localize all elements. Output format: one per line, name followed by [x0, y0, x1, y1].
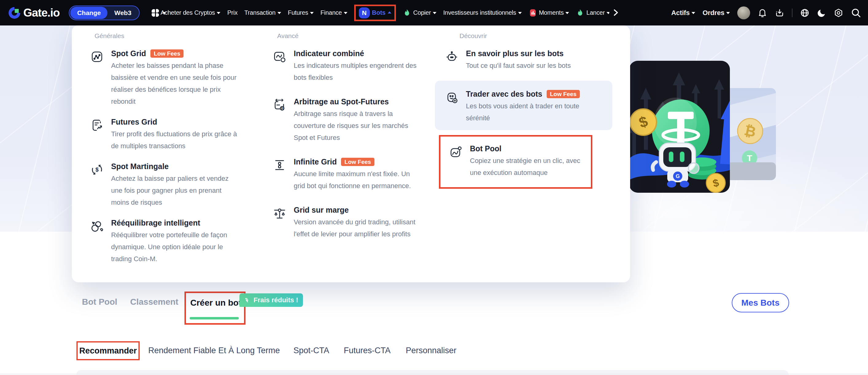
- language-globe-icon[interactable]: [800, 8, 810, 18]
- apps-grid-icon: [151, 8, 160, 18]
- subtab-futures-cta[interactable]: Futures-CTA: [344, 346, 391, 355]
- robot-head-icon: [445, 50, 459, 64]
- menu-item-arbitrage-spot-futures[interactable]: ₿ Arbitrage au Spot-Futures Arbitrage sa…: [273, 96, 436, 144]
- margin-grid-icon: [273, 207, 286, 220]
- menu-section-header: Générales: [95, 32, 253, 39]
- chevron-down-icon: [310, 12, 314, 14]
- spot-grid-icon: [90, 50, 104, 64]
- fees-down-arrow-icon: [244, 297, 251, 304]
- nav-item-lancer[interactable]: Lancer: [576, 9, 609, 17]
- chevron-down-icon: [518, 12, 522, 14]
- menu-item-trader-avec-bots-highlight[interactable]: Trader avec des botsLow Fees Les bots vo…: [435, 81, 612, 130]
- futures-grid-icon: [90, 119, 104, 132]
- dark-mode-moon-icon[interactable]: [817, 8, 826, 18]
- chevron-down-icon: [691, 12, 695, 14]
- bot-pool-icon: [449, 145, 463, 159]
- menu-item-spot-grid[interactable]: Spot GridLow Fees Acheter les baisses pe…: [90, 48, 253, 107]
- chevron-down-icon: [607, 12, 609, 14]
- tab-creer-un-bot[interactable]: Créer un bot: [190, 298, 241, 308]
- toggle-change[interactable]: Change: [70, 7, 107, 19]
- rewards-token-icon[interactable]: [834, 8, 843, 18]
- nav-item-transaction[interactable]: Transaction: [244, 9, 281, 16]
- menu-item-infinite-grid[interactable]: Infinite GridLow Fees Aucune limite maxi…: [273, 157, 436, 192]
- svg-text:T: T: [747, 153, 752, 163]
- mes-bots-button[interactable]: Mes Bots: [732, 293, 789, 312]
- low-fees-badge: Low Fees: [341, 158, 374, 166]
- tab-classement[interactable]: Classement: [130, 297, 178, 307]
- infinite-grid-icon: [273, 158, 286, 172]
- change-web3-toggle[interactable]: Change Web3: [69, 5, 140, 20]
- menu-item-bot-pool-annotation-box: Bot Pool Copiez une stratégie en un clic…: [439, 135, 592, 189]
- toggle-web3[interactable]: Web3: [107, 7, 138, 19]
- chevron-down-icon: [277, 12, 281, 14]
- dollar-coin-small-icon: $: [706, 174, 725, 192]
- banner-robot-illustration-card: $ $ G: [629, 61, 730, 193]
- robot-plus-icon: [445, 91, 459, 104]
- subtab-personnaliser[interactable]: Personnaliser: [406, 346, 456, 355]
- menu-column-generales: Générales Spot GridLow Fees Acheter les …: [90, 26, 253, 274]
- smart-rebalance-icon: [90, 219, 104, 233]
- subtab-recommander[interactable]: Recommander: [79, 346, 137, 356]
- menu-section-header: Découvrir: [460, 32, 626, 39]
- bots-n-icon: N: [359, 7, 370, 19]
- chevron-down-icon: [726, 12, 730, 14]
- low-fees-badge: Low Fees: [547, 90, 580, 98]
- menu-item-bot-pool[interactable]: Bot Pool Copiez une stratégie en un clic…: [449, 143, 584, 179]
- nav-item-prix[interactable]: Prix: [227, 9, 238, 16]
- tab-bot-pool[interactable]: Bot Pool: [82, 297, 117, 307]
- combined-indicator-icon: [273, 50, 286, 64]
- flame-icon: [403, 9, 411, 17]
- nav-item-finance[interactable]: Finance: [320, 9, 347, 16]
- low-fees-badge: Low Fees: [150, 50, 184, 58]
- tab-creer-un-bot-annotation-box: Créer un bot: [184, 291, 246, 325]
- nav-item-investisseurs-institutionnels[interactable]: Investisseurs institutionnels: [443, 9, 522, 16]
- dollar-coin-icon: $: [630, 109, 656, 135]
- nav-overflow-chevron-icon[interactable]: [612, 8, 620, 17]
- menu-item-en-savoir-plus[interactable]: En savoir plus sur les bots Tout ce qu'i…: [435, 48, 626, 71]
- divider: [0, 374, 868, 374]
- gateio-logo[interactable]: Gate.io: [7, 6, 60, 20]
- chevron-down-icon: [344, 12, 347, 14]
- nav-item-moments[interactable]: Moments: [529, 9, 569, 17]
- menu-item-grid-sur-marge[interactable]: Grid sur marge Version avancée du grid t…: [273, 205, 436, 240]
- nav-item-bots-label: Bots: [372, 9, 385, 16]
- chevron-down-icon: [217, 12, 220, 14]
- chevron-down-icon: [565, 12, 569, 14]
- svg-text:₿: ₿: [281, 107, 284, 111]
- nav-item-actifs[interactable]: Actifs: [671, 9, 695, 17]
- user-avatar[interactable]: [737, 6, 750, 19]
- download-app-icon[interactable]: [775, 8, 784, 18]
- nav-item-ordres[interactable]: Ordres: [703, 9, 730, 17]
- menu-item-spot-martingale[interactable]: $ Spot Martingale Achetez la baisse par …: [90, 161, 253, 208]
- menu-item-trader-avec-bots[interactable]: Trader avec des botsLow Fees Les bots vo…: [445, 89, 604, 124]
- menu-item-reequilibrage[interactable]: Rééquilibrage intelligent Rééquilibrer v…: [90, 218, 253, 265]
- subtab-rendement-fiable[interactable]: Rendement Fiable Et À Long Terme: [148, 346, 280, 355]
- spot-martingale-icon: $: [90, 163, 104, 177]
- svg-text:G: G: [676, 174, 680, 179]
- nav-item-bots-annotation-box[interactable]: N Bots: [354, 5, 396, 21]
- notifications-bell-icon[interactable]: [757, 8, 767, 18]
- subtab-recommander-annotation-box: Recommander: [76, 341, 140, 360]
- nav-item-acheter-des-cryptos[interactable]: Acheter des Cryptos: [160, 9, 220, 16]
- banner-phone-illustration: ₿ T: [724, 88, 776, 180]
- logo-text: Gate.io: [23, 6, 60, 19]
- blue-up-arrow-icon: [720, 97, 730, 164]
- frais-reduits-badge: Frais réduits !: [239, 293, 303, 307]
- robot-mascot-icon: G: [653, 143, 699, 187]
- nav-item-copier[interactable]: Copier: [403, 9, 436, 17]
- nav-menu: Acheter des Cryptos Prix Transaction Fut…: [160, 0, 609, 26]
- menu-item-indicateur-combine[interactable]: Indicateur combiné Les indicateurs multi…: [273, 48, 436, 84]
- nav-item-futures[interactable]: Futures: [288, 9, 314, 16]
- search-icon[interactable]: [851, 8, 861, 18]
- moments-chart-icon: [529, 9, 537, 17]
- arbitrage-icon: ₿: [273, 98, 286, 112]
- chevron-down-icon: [433, 12, 436, 14]
- chevron-up-icon: [388, 11, 391, 13]
- gateio-logo-icon: [7, 6, 22, 20]
- menu-item-futures-grid[interactable]: Futures Grid Tirer profit des fluctuatio…: [90, 117, 253, 152]
- bots-mega-menu: Générales Spot GridLow Fees Acheter les …: [72, 26, 630, 282]
- menu-column-avance: Avancé Indicateur combiné Les indicateur…: [273, 26, 436, 253]
- svg-text:$: $: [95, 166, 98, 173]
- subtab-spot-cta[interactable]: Spot-CTA: [293, 346, 329, 355]
- active-tab-underline: [190, 317, 239, 319]
